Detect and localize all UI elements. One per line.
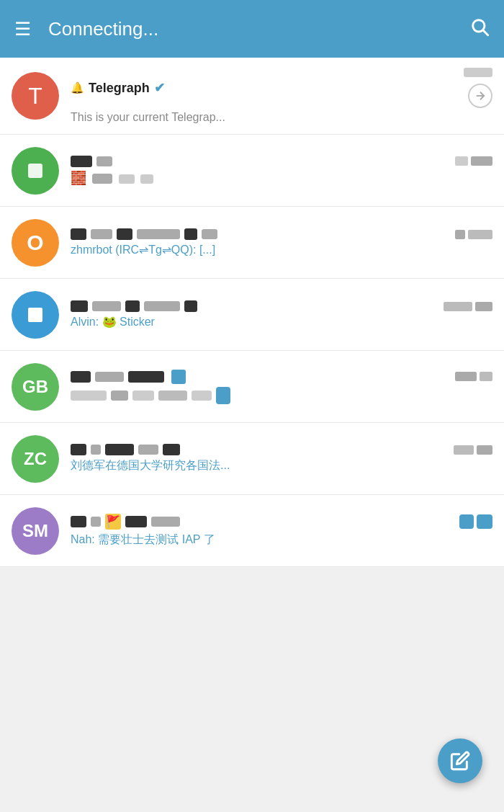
chat-content: 刘德军在德国大学研究各国法... xyxy=(71,444,492,473)
list-item[interactable]: Alvin: 🐸 Sticker xyxy=(0,279,504,351)
chat-top-row xyxy=(71,300,492,312)
avatar: ZC xyxy=(12,435,59,483)
chat-content: zhmrbot (IRC⇌Tg⇌QQ): [...] xyxy=(71,228,492,256)
chat-top-row: 🚩 xyxy=(71,514,492,530)
chat-top-row xyxy=(71,228,492,240)
list-item[interactable]: 🧱 xyxy=(0,135,504,207)
search-icon[interactable] xyxy=(469,17,490,42)
name-redacted xyxy=(71,156,449,167)
chat-top-row xyxy=(71,444,492,455)
chat-content: 🚩 Nah: 需要壮士去测试 IAP 了 xyxy=(71,514,492,548)
chat-right xyxy=(458,68,492,108)
send-arrow xyxy=(468,84,492,108)
chat-right xyxy=(455,156,492,166)
chat-preview: This is your current Telegrap... xyxy=(71,111,492,124)
topbar-title: Connecting... xyxy=(48,18,469,40)
avatar xyxy=(12,291,59,339)
list-item[interactable]: SM 🚩 Nah: 需要壮士去测试 IAP 了 xyxy=(0,495,504,567)
chat-top-row: 🔔 Telegraph ✔ xyxy=(71,68,492,108)
chat-content: Alvin: 🐸 Sticker xyxy=(71,300,492,329)
avatar: T xyxy=(12,72,59,120)
chat-right xyxy=(455,230,492,239)
chat-right xyxy=(444,302,492,311)
list-item[interactable]: O zhmrbot (IRC⇌Tg⇌QQ xyxy=(0,207,504,279)
topbar: ☰ Connecting... xyxy=(0,0,504,58)
chat-preview: Alvin: 🐸 Sticker xyxy=(71,315,492,329)
list-item[interactable]: GB xyxy=(0,351,504,423)
list-item[interactable]: T 🔔 Telegraph ✔ xyxy=(0,58,504,135)
chat-preview xyxy=(71,387,492,404)
chat-preview: 刘德军在德国大学研究各国法... xyxy=(71,458,492,473)
chat-top-row xyxy=(71,156,492,167)
verified-badge: ✔ xyxy=(154,80,165,96)
name-redacted xyxy=(71,300,438,312)
chat-time xyxy=(464,68,492,79)
chat-name: 🔔 Telegraph ✔ xyxy=(71,80,452,96)
chat-preview: 🧱 xyxy=(71,170,492,186)
name-redacted: 🚩 xyxy=(71,514,454,530)
avatar: O xyxy=(12,219,59,267)
name-redacted xyxy=(71,228,449,240)
edit-icon xyxy=(450,751,470,771)
mute-icon: 🔔 xyxy=(71,81,84,94)
chat-preview: zhmrbot (IRC⇌Tg⇌QQ): [...] xyxy=(71,243,492,256)
chat-right xyxy=(459,514,492,529)
chat-preview: Nah: 需要壮士去测试 IAP 了 xyxy=(71,532,492,548)
svg-line-1 xyxy=(483,30,487,35)
compose-fab-button[interactable] xyxy=(438,739,482,783)
avatar: SM xyxy=(12,507,59,555)
chat-content xyxy=(71,370,492,404)
chat-right xyxy=(455,372,492,381)
chat-list: T 🔔 Telegraph ✔ xyxy=(0,58,504,567)
chat-content: 🧱 xyxy=(71,156,492,186)
chat-top-row xyxy=(71,370,492,384)
list-item[interactable]: ZC 刘德军在德国大学研究各国法... xyxy=(0,423,504,495)
avatar xyxy=(12,147,59,195)
chat-right xyxy=(454,445,492,455)
menu-icon[interactable]: ☰ xyxy=(14,18,31,40)
name-redacted xyxy=(71,444,448,455)
contact-name-telegraph: Telegraph xyxy=(89,81,150,96)
name-redacted xyxy=(71,370,449,384)
avatar: GB xyxy=(12,363,59,411)
chat-content: 🔔 Telegraph ✔ This is your xyxy=(71,68,492,124)
